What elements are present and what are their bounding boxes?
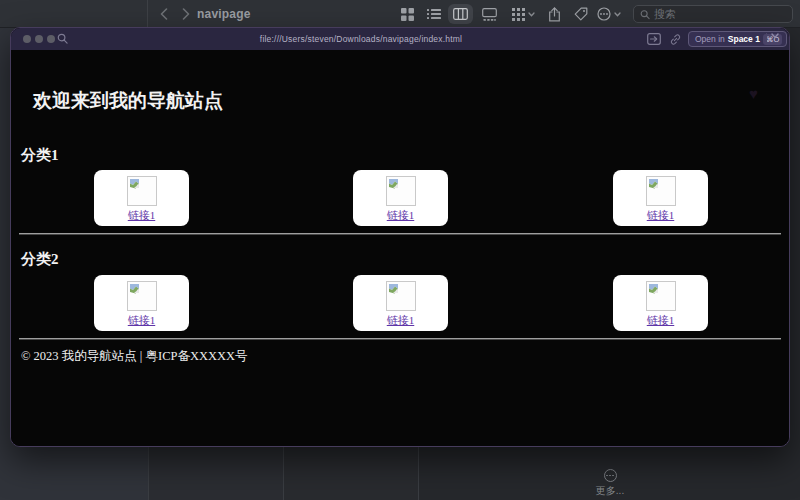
chevron-right-icon — [184, 9, 189, 19]
link-card: 链接1 — [353, 170, 448, 226]
broken-image-placeholder — [646, 176, 676, 206]
finder-more-button[interactable]: 更多... — [570, 462, 650, 498]
view-columns-button[interactable] — [448, 4, 473, 24]
ellipsis-circle-icon — [604, 469, 617, 482]
link-card: 链接1 — [94, 170, 189, 226]
broken-image-placeholder — [646, 281, 676, 311]
page-title: 欢迎来到我的导航站点 — [33, 88, 223, 114]
browser-window: file:///Users/steven/Downloads/navipage/… — [10, 27, 790, 447]
grid-view-icon — [401, 8, 414, 21]
webpage-content: 欢迎来到我的导航站点 ♥ 分类1 链接1 链接1 链接1 — [11, 50, 789, 446]
group-grid-icon — [512, 8, 525, 21]
view-gallery-button[interactable] — [478, 4, 500, 24]
open-in-window-button[interactable] — [647, 33, 661, 45]
heart-icon: ♥ — [749, 86, 758, 103]
footer-divider — [19, 338, 781, 340]
search-input[interactable] — [654, 8, 786, 20]
share-icon — [548, 7, 561, 22]
page-footer: © 2023 我的导航站点 | 粤ICP备XXXXX号 — [21, 348, 248, 365]
copy-link-button[interactable] — [669, 33, 682, 46]
broken-image-placeholder — [127, 176, 157, 206]
nav-link[interactable]: 链接1 — [647, 313, 675, 328]
chevron-down-icon — [528, 12, 535, 17]
toolbar-divider — [147, 0, 148, 28]
link-card: 链接1 — [613, 170, 708, 226]
more-label: 更多... — [570, 484, 650, 498]
group-by-button[interactable] — [508, 4, 538, 24]
button-separator — [766, 33, 767, 45]
link-icon — [669, 33, 682, 46]
columns-view-icon — [453, 8, 468, 20]
section-title: 分类1 — [21, 146, 59, 165]
tags-button[interactable] — [570, 4, 592, 24]
nav-link[interactable]: 链接1 — [128, 208, 156, 223]
broken-image-icon — [648, 178, 660, 190]
finder-search-field[interactable] — [633, 5, 793, 23]
chevron-down-icon — [771, 33, 779, 39]
space-name-label: Space 1 — [728, 34, 760, 44]
nav-link[interactable]: 链接1 — [128, 313, 156, 328]
link-card: 链接1 — [94, 275, 189, 331]
nav-link[interactable]: 链接1 — [387, 313, 415, 328]
broken-image-icon — [388, 283, 400, 295]
browser-titlebar: file:///Users/steven/Downloads/navipage/… — [11, 28, 789, 50]
address-bar[interactable]: file:///Users/steven/Downloads/navipage/… — [11, 28, 711, 50]
forward-button[interactable] — [177, 5, 195, 23]
broken-image-icon — [388, 178, 400, 190]
gallery-view-icon — [482, 8, 497, 21]
broken-image-icon — [648, 283, 660, 295]
chevron-left-icon — [162, 9, 167, 19]
nav-link[interactable]: 链接1 — [647, 208, 675, 223]
broken-image-placeholder — [386, 176, 416, 206]
broken-image-icon — [129, 178, 141, 190]
nav-link[interactable]: 链接1 — [387, 208, 415, 223]
tag-icon — [574, 7, 588, 21]
list-view-icon — [427, 8, 441, 20]
link-card: 链接1 — [613, 275, 708, 331]
finder-toolbar: navipage — [0, 0, 800, 28]
share-button[interactable] — [543, 4, 565, 24]
chevron-down-icon — [614, 12, 621, 17]
section-divider — [19, 233, 781, 235]
more-circle-icon — [597, 7, 611, 21]
open-options-button[interactable] — [771, 33, 779, 39]
search-icon — [640, 9, 650, 20]
back-button[interactable] — [155, 5, 173, 23]
broken-image-placeholder — [386, 281, 416, 311]
finder-window-title: navipage — [197, 7, 251, 21]
screen: navipage — [0, 0, 800, 500]
view-icons-button[interactable] — [396, 4, 418, 24]
send-to-window-icon — [647, 33, 661, 45]
section-title: 分类2 — [21, 250, 59, 269]
broken-image-icon — [129, 283, 141, 295]
link-card: 链接1 — [353, 275, 448, 331]
view-list-button[interactable] — [423, 4, 445, 24]
open-in-label: Open in — [695, 34, 725, 44]
actions-button[interactable] — [594, 4, 624, 24]
broken-image-placeholder — [127, 281, 157, 311]
